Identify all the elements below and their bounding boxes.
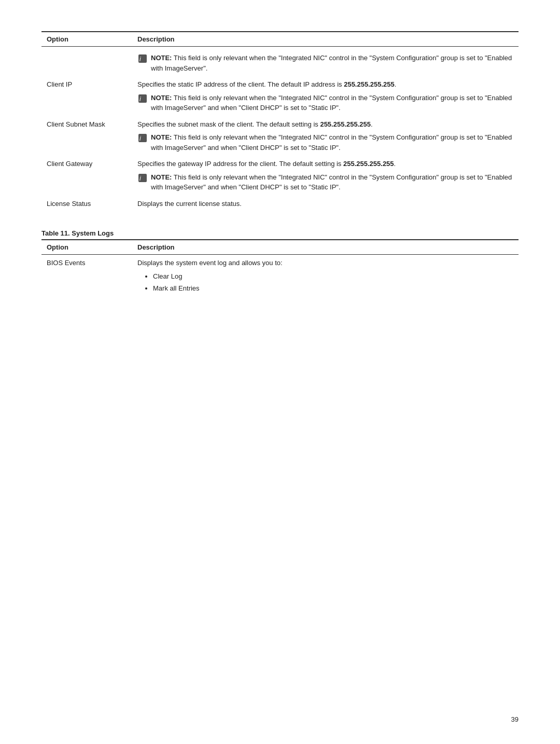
system-logs-table-container: Table 11. System Logs Option Description… — [41, 229, 519, 299]
note-text: NOTE: This field is only relevant when t… — [151, 93, 513, 113]
main-table-header-row: Option Description — [41, 32, 519, 47]
description-text: Specifies the subnet mask of the client.… — [137, 120, 373, 128]
note-block: i NOTE: This field is only relevant when… — [137, 53, 513, 73]
note-icon: i — [137, 53, 148, 64]
main-table-header-description: Description — [132, 32, 519, 47]
option-cell: BIOS Events — [41, 255, 132, 300]
note-label: NOTE: — [151, 94, 172, 102]
default-value: 255.255.255.255 — [320, 120, 371, 128]
table-row: Client IP Specifies the static IP addres… — [41, 76, 519, 116]
main-table-container: Option Description i NOTE: This fiel — [41, 31, 519, 214]
description-cell: Specifies the gateway IP address for the… — [132, 156, 519, 196]
bios-events-intro: Displays the system event log and allows… — [137, 259, 283, 267]
description-cell: Specifies the static IP address of the c… — [132, 76, 519, 116]
description-cell: Displays the current license status. — [132, 196, 519, 214]
main-table-header-option: Option — [41, 32, 132, 47]
list-item: Clear Log — [153, 270, 513, 282]
description-cell: i NOTE: This field is only relevant when… — [132, 47, 519, 77]
note-label: NOTE: — [151, 173, 172, 181]
note-label: NOTE: — [151, 133, 172, 141]
bios-events-list: Clear Log Mark all Entries — [137, 270, 513, 295]
description-text: Specifies the gateway IP address for the… — [137, 160, 396, 168]
option-cell: Client Gateway — [41, 156, 132, 196]
default-value: 255.255.255.255 — [343, 160, 394, 168]
note-icon: i — [137, 93, 148, 104]
option-cell — [41, 47, 132, 77]
option-cell: Client Subnet Mask — [41, 116, 132, 156]
table-row: Client Subnet Mask Specifies the subnet … — [41, 116, 519, 156]
description-text: Displays the current license status. — [137, 200, 242, 208]
system-logs-table-title: Table 11. System Logs — [41, 229, 519, 237]
svg-text:i: i — [139, 175, 141, 182]
table-row: i NOTE: This field is only relevant when… — [41, 47, 519, 77]
option-cell: Client IP — [41, 76, 132, 116]
svg-text:i: i — [139, 135, 141, 142]
table-row: Client Gateway Specifies the gateway IP … — [41, 156, 519, 196]
svg-text:i: i — [139, 95, 141, 103]
note-block: i NOTE: This field is only relevant when… — [137, 172, 513, 192]
description-cell: Specifies the subnet mask of the client.… — [132, 116, 519, 156]
list-item: Mark all Entries — [153, 282, 513, 294]
system-logs-table: Option Description BIOS Events Displays … — [41, 239, 519, 299]
note-block: i NOTE: This field is only relevant when… — [137, 132, 513, 153]
system-logs-header-option: Option — [41, 240, 132, 255]
note-icon: i — [137, 133, 148, 143]
note-text: NOTE: This field is only relevant when t… — [151, 132, 513, 153]
svg-text:i: i — [139, 56, 141, 63]
system-logs-header-description: Description — [132, 240, 519, 255]
note-block: i NOTE: This field is only relevant when… — [137, 93, 513, 113]
note-icon: i — [137, 173, 148, 183]
note-text: NOTE: This field is only relevant when t… — [151, 172, 513, 192]
description-cell: Displays the system event log and allows… — [132, 255, 519, 300]
table-row: BIOS Events Displays the system event lo… — [41, 255, 519, 300]
default-value: 255.255.255.255 — [344, 80, 395, 88]
note-label: NOTE: — [151, 54, 172, 62]
option-cell: License Status — [41, 196, 132, 214]
page-number: 39 — [511, 715, 519, 723]
system-logs-header-row: Option Description — [41, 240, 519, 255]
main-table: Option Description i NOTE: This fiel — [41, 31, 519, 214]
note-text: NOTE: This field is only relevant when t… — [151, 53, 513, 73]
table-row: License Status Displays the current lice… — [41, 196, 519, 214]
description-text: Specifies the static IP address of the c… — [137, 80, 396, 88]
